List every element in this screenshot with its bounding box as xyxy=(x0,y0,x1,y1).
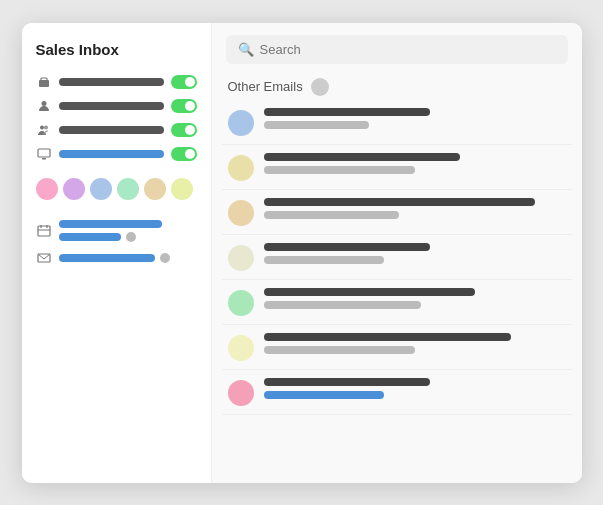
search-icon: 🔍 xyxy=(238,42,254,57)
section-header: Other Emails xyxy=(212,72,582,100)
search-bar[interactable]: 🔍 xyxy=(226,35,568,64)
mail-section xyxy=(36,250,197,266)
briefcase-icon xyxy=(36,74,52,90)
toggle-1[interactable] xyxy=(171,75,197,89)
avatar-4[interactable] xyxy=(117,178,139,200)
email-avatar-4 xyxy=(228,245,254,271)
search-input[interactable] xyxy=(260,42,556,57)
avatar-1[interactable] xyxy=(36,178,58,200)
email-avatar-7 xyxy=(228,380,254,406)
email-line-7-1 xyxy=(264,378,430,386)
email-content-4 xyxy=(264,243,566,264)
email-avatar-3 xyxy=(228,200,254,226)
avatar-6[interactable] xyxy=(171,178,193,200)
email-line-4-2 xyxy=(264,256,385,264)
email-content-5 xyxy=(264,288,566,309)
svg-rect-6 xyxy=(42,158,46,160)
sidebar-row-4 xyxy=(36,146,197,162)
email-item-4[interactable] xyxy=(222,235,572,280)
email-avatar-2 xyxy=(228,155,254,181)
email-content-2 xyxy=(264,153,566,174)
email-line-3-2 xyxy=(264,211,400,219)
email-line-3-1 xyxy=(264,198,536,206)
email-item-7[interactable] xyxy=(222,370,572,415)
email-line-6-1 xyxy=(264,333,512,341)
sidebar-bar-1 xyxy=(59,78,164,86)
section-dot xyxy=(311,78,329,96)
sidebar-row-3 xyxy=(36,122,197,138)
sidebar-row-2 xyxy=(36,98,197,114)
svg-rect-1 xyxy=(41,78,47,81)
email-content-1 xyxy=(264,108,566,129)
toggle-3[interactable] xyxy=(171,123,197,137)
email-content-3 xyxy=(264,198,566,219)
app-window: Sales Inbox xyxy=(22,23,582,483)
sidebar-row-1 xyxy=(36,74,197,90)
email-item-1[interactable] xyxy=(222,100,572,145)
email-line-6-2 xyxy=(264,346,415,354)
svg-point-4 xyxy=(44,125,48,129)
email-content-6 xyxy=(264,333,566,354)
section-label: Other Emails xyxy=(228,79,303,94)
calendar-section xyxy=(36,220,197,242)
email-line-2-1 xyxy=(264,153,460,161)
email-item-3[interactable] xyxy=(222,190,572,235)
avatar-row xyxy=(36,178,197,200)
email-avatar-5 xyxy=(228,290,254,316)
person-icon xyxy=(36,98,52,114)
email-avatar-6 xyxy=(228,335,254,361)
sidebar-bar-2 xyxy=(59,102,164,110)
calendar-bar-2 xyxy=(59,233,121,241)
avatar-5[interactable] xyxy=(144,178,166,200)
email-list xyxy=(212,100,582,483)
email-line-5-1 xyxy=(264,288,475,296)
email-line-5-2 xyxy=(264,301,421,309)
svg-rect-7 xyxy=(38,226,50,236)
calendar-icon xyxy=(36,223,52,239)
svg-rect-5 xyxy=(38,149,50,157)
email-item-5[interactable] xyxy=(222,280,572,325)
toggle-2[interactable] xyxy=(171,99,197,113)
sidebar-bar-4 xyxy=(59,150,164,158)
email-line-4-1 xyxy=(264,243,430,251)
email-item-6[interactable] xyxy=(222,325,572,370)
avatar-2[interactable] xyxy=(63,178,85,200)
toggle-4[interactable] xyxy=(171,147,197,161)
email-avatar-1 xyxy=(228,110,254,136)
mail-icon xyxy=(36,250,52,266)
people-icon xyxy=(36,122,52,138)
email-line-2-2 xyxy=(264,166,415,174)
mail-dot xyxy=(160,253,170,263)
email-line-1-2 xyxy=(264,121,370,129)
email-line-1-1 xyxy=(264,108,430,116)
email-line-7-2 xyxy=(264,391,385,399)
avatar-3[interactable] xyxy=(90,178,112,200)
sidebar-title: Sales Inbox xyxy=(36,41,197,58)
sidebar: Sales Inbox xyxy=(22,23,212,483)
monitor-icon xyxy=(36,146,52,162)
mail-bar xyxy=(59,254,156,262)
calendar-dot xyxy=(126,232,136,242)
sidebar-bar-3 xyxy=(59,126,164,134)
svg-point-3 xyxy=(40,125,44,129)
calendar-bar-1 xyxy=(59,220,163,228)
main-panel: 🔍 Other Emails xyxy=(212,23,582,483)
svg-point-2 xyxy=(41,101,46,106)
email-item-2[interactable] xyxy=(222,145,572,190)
email-content-7 xyxy=(264,378,566,399)
